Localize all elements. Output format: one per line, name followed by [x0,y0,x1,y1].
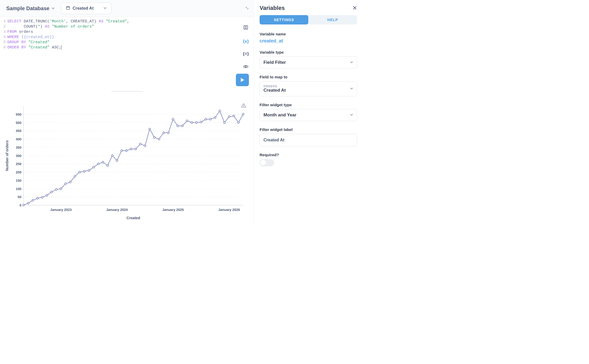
svg-point-4 [245,66,247,67]
chevron-down-icon [350,60,353,65]
snippets-icon[interactable]: {≡} [243,51,249,57]
svg-point-72 [186,120,188,122]
svg-point-82 [233,115,235,117]
svg-text:January 2024: January 2024 [106,208,128,212]
widget-type-label: Filter widget type [260,103,357,107]
sql-code[interactable]: SELECT DATE_TRUNC('Month', CREATED_AT) A… [7,17,254,91]
var-name-value: created_at [260,38,357,44]
svg-point-37 [23,204,24,206]
svg-point-75 [200,121,202,123]
required-label: Required? [260,153,357,157]
svg-text:500: 500 [16,121,21,124]
svg-text:350: 350 [16,145,21,149]
svg-point-63 [144,145,146,147]
svg-point-79 [219,110,221,112]
svg-point-62 [139,143,141,145]
svg-text:Created: Created [126,216,140,220]
svg-text:January 2025: January 2025 [162,208,184,212]
chevron-down-icon [52,5,55,11]
svg-point-66 [158,138,160,140]
svg-text:100: 100 [16,187,21,191]
svg-point-55 [107,165,108,166]
svg-point-39 [32,199,34,201]
svg-point-48 [74,175,76,177]
svg-point-44 [55,189,57,190]
svg-text:400: 400 [16,137,21,141]
svg-text:250: 250 [16,162,21,166]
editor-toolbar: Sample Database Created At [0,0,254,17]
svg-point-54 [102,161,104,163]
svg-point-6 [243,106,244,106]
run-query-button[interactable] [236,74,249,86]
svg-point-76 [205,118,207,120]
svg-point-78 [214,117,216,118]
variables-panel: Variables ✕ SETTINGS HELP Variable name … [254,0,363,224]
svg-text:50: 50 [18,195,22,199]
reference-icon[interactable] [243,25,249,32]
variables-icon[interactable]: {x} [243,39,249,44]
svg-point-68 [168,132,169,134]
field-map-select[interactable]: ORDERS Created At [260,81,357,96]
line-chart: 050100150200250300350400450500550January… [3,103,248,221]
var-type-select[interactable]: Field Filter [260,57,357,68]
database-selector[interactable]: Sample Database [4,4,57,13]
svg-text:550: 550 [16,112,21,116]
svg-point-67 [163,132,165,134]
chart-area: 050100150200250300350400450500550January… [0,92,254,224]
svg-point-41 [41,196,43,198]
svg-rect-0 [66,7,70,9]
svg-point-64 [149,128,151,130]
svg-point-49 [79,171,81,173]
field-map-label: Field to map to [260,75,357,79]
widget-label-label: Filter widget label [260,127,357,132]
line-gutter: 1 2 3 4 5 6 [0,17,7,91]
svg-point-80 [224,122,225,123]
svg-point-57 [116,160,118,161]
svg-point-71 [181,125,183,127]
close-icon[interactable]: ✕ [352,5,357,11]
calendar-icon [66,6,70,11]
tab-help[interactable]: HELP [308,15,357,24]
var-name-label: Variable name [260,32,357,36]
svg-point-61 [135,148,137,150]
collapse-editor-icon[interactable] [245,6,250,11]
svg-point-58 [121,150,122,152]
database-name: Sample Database [6,5,50,11]
panel-title: Variables [260,5,285,11]
svg-point-83 [237,122,239,123]
svg-point-73 [191,122,193,123]
preview-icon[interactable] [243,64,249,71]
svg-point-42 [46,194,48,196]
svg-text:200: 200 [16,170,21,174]
svg-point-52 [93,166,95,168]
svg-text:150: 150 [16,179,21,183]
svg-point-77 [210,118,211,120]
sql-editor[interactable]: 1 2 3 4 5 6 SELECT DATE_TRUNC('Month', C… [0,17,254,91]
svg-point-60 [130,148,132,150]
svg-point-51 [88,170,90,171]
svg-point-74 [195,122,197,123]
var-type-label: Variable type [260,50,357,54]
panel-tabs: SETTINGS HELP [260,15,357,24]
required-toggle[interactable] [260,159,274,166]
svg-point-56 [111,155,113,156]
filter-param-label: Created At [73,6,94,11]
chevron-down-icon [350,86,353,91]
svg-point-50 [83,170,85,172]
svg-text:January 2023: January 2023 [50,208,72,212]
chevron-down-icon [103,6,107,11]
svg-point-53 [97,163,99,165]
tab-settings[interactable]: SETTINGS [260,15,308,24]
svg-point-40 [37,197,39,199]
filter-param-chip[interactable]: Created At [61,3,112,14]
svg-text:Number of orders: Number of orders [5,140,9,171]
svg-text:January 2026: January 2026 [218,208,240,212]
widget-label-input[interactable] [260,134,357,146]
warning-icon[interactable] [241,103,246,109]
svg-point-65 [154,136,155,138]
widget-type-select[interactable]: Month and Year [260,109,357,121]
chevron-down-icon [350,113,353,117]
svg-point-69 [172,118,174,120]
svg-point-46 [65,183,66,185]
svg-point-38 [27,202,29,204]
